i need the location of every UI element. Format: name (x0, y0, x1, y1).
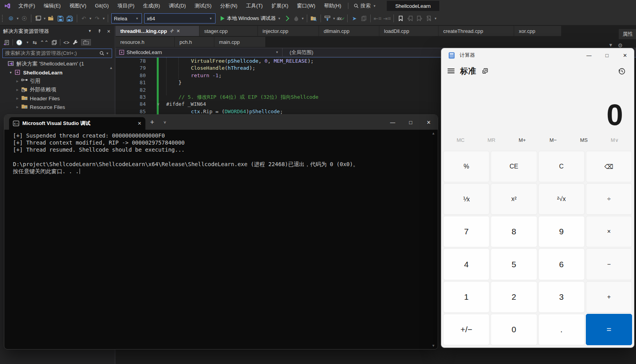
sync-with-active-document-icon[interactable] (323, 14, 332, 23)
expander-collapsed-icon[interactable]: ▹ (16, 88, 21, 92)
debug-console-window[interactable]: C:\ Microsoft Visual Studio 调试 ✕ + ˅ — □… (4, 114, 438, 350)
copy-parallel-icon[interactable] (359, 14, 368, 23)
chevron-down-icon[interactable]: ▼ (301, 17, 304, 20)
chevron-down-icon[interactable]: ▼ (278, 17, 281, 20)
calc-key-6[interactable]: 6 (538, 248, 585, 280)
menu-item-10[interactable]: 工具(T) (242, 0, 267, 12)
menu-item-3[interactable]: 视图(V) (65, 0, 91, 12)
solution-platform-dropdown[interactable]: x64 ▼ (144, 13, 216, 24)
menu-item-7[interactable]: 调试(D) (164, 0, 190, 12)
close-tab-icon[interactable]: ✕ (138, 121, 141, 126)
editor-tab-stager.cpp[interactable]: stager.cpp (199, 26, 257, 36)
tree-item-3[interactable]: ▹外部依赖项 (0, 85, 114, 94)
calc-key-8[interactable]: 8 (491, 216, 537, 247)
calc-key-divide[interactable]: ÷ (586, 183, 632, 215)
editor-tab-main.cpp[interactable]: main.cpp (214, 37, 265, 47)
scroll-up-icon[interactable]: ▲ (109, 66, 113, 70)
menu-item-8[interactable]: 测试(S) (190, 0, 216, 12)
show-all-files-icon[interactable] (81, 39, 91, 45)
calc-key-square[interactable]: x² (491, 183, 537, 215)
expander-expanded-icon[interactable]: ▾ (10, 71, 14, 74)
calculator-titlebar[interactable]: 计算器 — □ ✕ (441, 48, 634, 62)
expander-collapsed-icon[interactable]: ▹ (16, 96, 21, 100)
calc-key-5[interactable]: 5 (491, 248, 537, 280)
calc-key-3[interactable]: 3 (538, 281, 585, 313)
start-without-debugging-button[interactable] (284, 16, 289, 21)
menu-item-2[interactable]: 编辑(E) (40, 0, 65, 12)
switch-views-icon[interactable] (3, 40, 9, 45)
decrease-indent-icon[interactable]: ⇤≡ (373, 14, 382, 23)
console-scrollbar[interactable]: ▲ ▼ (431, 131, 436, 348)
previous-bookmark-icon[interactable] (406, 14, 414, 23)
calc-key-multiply[interactable]: × (586, 216, 632, 247)
selection-cursor-icon[interactable]: ➤ (350, 14, 359, 23)
close-button[interactable]: ✕ (420, 115, 438, 130)
start-debugging-button[interactable]: 本地 Windows 调试器 (227, 15, 276, 22)
close-tab-icon[interactable]: ✕ (176, 29, 180, 34)
console-tab[interactable]: C:\ Microsoft Visual Studio 调试 ✕ (9, 117, 145, 130)
chevron-down-icon[interactable]: ▼ (43, 17, 46, 20)
solution-configuration-dropdown[interactable]: Relea ▼ (111, 13, 142, 24)
chevron-down-icon[interactable]: ▼ (333, 17, 336, 20)
maximize-button[interactable]: □ (402, 115, 420, 130)
spell-check-icon[interactable]: abc✓ (336, 14, 345, 23)
new-tab-button[interactable]: + (145, 118, 159, 127)
editor-tab-createThread.cpp[interactable]: createThread.cpp (438, 26, 514, 36)
navbar-project-dropdown[interactable]: ShellcodeLearn ▼ (116, 48, 283, 57)
tree-item-2[interactable]: ▹引用 (0, 77, 114, 85)
menu-item-1[interactable]: 文件(F) (14, 0, 40, 12)
keep-on-top-icon[interactable] (482, 68, 488, 74)
calc-key-add[interactable]: + (586, 281, 632, 313)
hot-reload-icon[interactable] (292, 14, 301, 23)
menu-item-9[interactable]: 分析(N) (216, 0, 242, 12)
editor-tab-injector.cpp[interactable]: injector.cpp (258, 26, 319, 36)
navigate-back-button[interactable]: ⦾ (7, 14, 15, 23)
hamburger-menu-icon[interactable] (448, 69, 455, 73)
calc-key-0[interactable]: 0 (491, 314, 537, 345)
solution-explorer-search-input[interactable]: 搜索解决方案资源管理器(Ctrl+;) ▼ (2, 49, 112, 58)
calc-key-clear-entry[interactable]: CE (491, 151, 537, 182)
window-position-icon[interactable]: ▼ (88, 29, 92, 34)
open-folder-button[interactable] (47, 14, 56, 23)
memory-button-M+[interactable]: M+ (507, 137, 538, 143)
calc-key-4[interactable]: 4 (443, 248, 489, 280)
chevron-down-icon[interactable]: ▼ (89, 17, 92, 20)
expander-collapsed-icon[interactable]: ▹ (16, 105, 21, 109)
pin-icon[interactable] (97, 29, 101, 34)
menu-item-4[interactable]: Git(G) (91, 0, 113, 12)
view-code-icon[interactable]: <> (63, 40, 69, 45)
menu-item-5[interactable]: 项目(P) (113, 0, 139, 12)
fold-marker-icon[interactable]: ∨ (157, 101, 159, 108)
minimize-button[interactable]: — (580, 48, 598, 62)
new-project-button[interactable] (34, 14, 42, 23)
tree-item-ResourceFiles[interactable]: ▹Resource Files (0, 103, 114, 111)
vs-search-button[interactable]: 搜索 ▼ (351, 2, 380, 9)
menu-item-6[interactable]: 生成(B) (139, 0, 164, 12)
show-all-files-layers-icon[interactable] (52, 40, 57, 45)
collapse-all-icon[interactable]: ⌃⌃ (40, 40, 49, 45)
calc-key-clear[interactable]: C (538, 151, 585, 182)
console-titlebar[interactable]: C:\ Microsoft Visual Studio 调试 ✕ + ˅ — □… (4, 115, 438, 130)
calc-key-reciprocal[interactable]: ⅟x (443, 183, 489, 215)
pending-changes-filter-icon[interactable]: 🕐 (16, 40, 22, 45)
scroll-up-icon[interactable]: ▲ (432, 131, 434, 135)
calc-key-negate[interactable]: +/− (443, 314, 489, 345)
calc-key-equals[interactable]: = (586, 314, 632, 345)
chevron-down-icon[interactable]: ▼ (434, 17, 437, 20)
calc-key-2[interactable]: 2 (491, 281, 537, 313)
properties-wrench-icon[interactable] (72, 40, 78, 45)
close-icon[interactable]: ✕ (107, 29, 111, 34)
solution-explorer-titlebar[interactable]: 解决方案资源管理器 ▼ ✕ (0, 26, 114, 37)
calc-key-percent[interactable]: % (443, 151, 489, 182)
editor-tab-resource.h[interactable]: resource.h (116, 37, 174, 47)
calc-key-decimal[interactable]: . (538, 314, 585, 345)
history-icon[interactable] (618, 67, 625, 75)
calculator-window[interactable]: 计算器 — □ ✕ 标准 0 MCMRM+M−MSM∨ %CEC⌫⅟xx²²√x… (441, 48, 634, 348)
save-button[interactable] (56, 14, 65, 23)
editor-tab-xor.cpp[interactable]: xor.cpp (514, 26, 561, 36)
calc-key-1[interactable]: 1 (443, 281, 489, 313)
calc-key-7[interactable]: 7 (443, 216, 489, 247)
memory-button-M[interactable]: M− (538, 137, 569, 143)
menu-item-11[interactable]: 扩展(X) (267, 0, 292, 12)
increase-indent-icon[interactable]: ⇥≡ (382, 14, 391, 23)
